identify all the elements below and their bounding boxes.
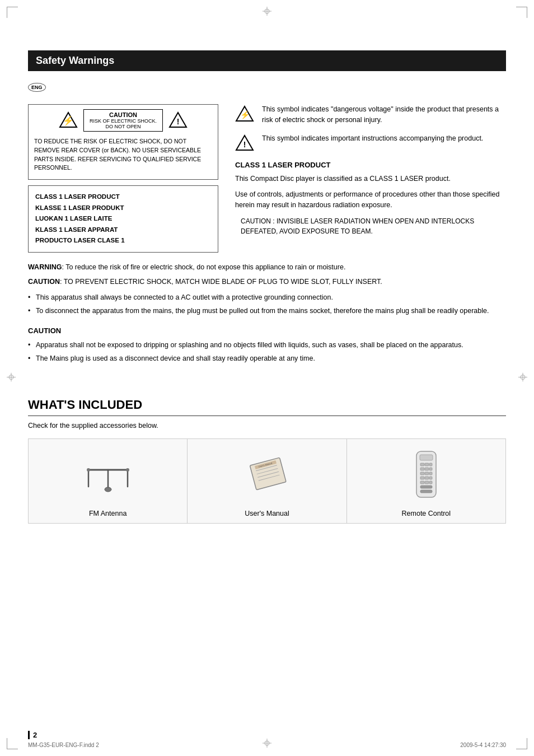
svg-rect-43 [425,472,429,475]
svg-rect-44 [429,472,432,475]
eng-badge: ENG [28,83,46,92]
danger-voltage-icon: ⚡ [235,105,254,124]
caution-inner-row: ⚡ CAUTION RISK OF ELECTRIC SHOCK. DO NOT… [33,109,213,132]
cross-right [518,373,527,384]
footer-info: MM-G35-EUR-ENG-F.indd 2 2009-5-4 14:27:3… [28,742,506,748]
svg-rect-46 [425,477,429,479]
caution-label: CAUTION [28,278,60,286]
laser-line4: KLASS 1 LASER APPARAT [35,225,211,236]
caution-line-1: CAUTION: TO PREVENT ELECTRIC SHOCK, MATC… [28,276,506,287]
svg-rect-42 [420,472,424,475]
left-triangle-icon: ⚡ [59,111,78,130]
laser-line5: PRODUCTO LASER CLASE 1 [35,235,211,246]
caution-bullet-2: The Mains plug is used as a disconnect d… [28,353,506,364]
warning-label: WARNING [28,263,62,271]
caution-section: CAUTION Apparatus shall not be exposed t… [28,326,506,364]
safety-warnings-header: Safety Warnings [28,50,506,71]
svg-rect-39 [420,468,424,470]
svg-point-24 [105,487,111,492]
svg-rect-41 [429,468,432,470]
page-container: Safety Warnings ENG ⚡ CAUTI [0,0,534,756]
caution-laser-line: CAUTION : INVISIBLE LASER RADIATION WHEN… [235,216,506,236]
caution-box-subtitle1: RISK OF ELECTRIC SHOCK. [90,118,157,124]
laser-line2: KLASSE 1 LASER PRODUKT [35,203,211,214]
main-content-row: ⚡ CAUTION RISK OF ELECTRIC SHOCK. DO NOT… [28,104,506,253]
svg-point-25 [87,468,90,472]
svg-rect-38 [429,463,432,466]
caution-box-subtitle2: DO NOT OPEN [90,124,157,129]
svg-text:!: ! [177,117,180,126]
corner-mark-bl [7,738,18,749]
svg-rect-50 [429,481,432,484]
laser-line1: CLASS 1 LASER PRODUCT [35,192,211,203]
fm-antenna-label: FM Antenna [89,510,127,517]
caution-section-title: CAUTION [28,326,506,335]
svg-rect-45 [420,477,424,479]
whats-included-title: WHAT'S INCLUDED [28,398,506,416]
class1-para2: Use of controls, adjustments or performa… [235,189,506,211]
footer-right: 2009-5-4 14:27:30 [460,742,506,748]
caution-laser-text: CAUTION : INVISIBLE LASER RADIATION WHEN… [241,216,506,236]
svg-rect-47 [429,477,432,479]
users-manual-image: User's Manual [242,450,292,501]
whats-included-subtitle: Check for the supplied accessories below… [28,422,506,430]
corner-mark-tl [7,7,18,18]
svg-rect-36 [420,463,424,466]
warning-bullet-2: To disconnect the apparatus from the mai… [28,305,506,316]
corner-mark-br [516,738,527,749]
svg-rect-37 [425,463,429,466]
symbol-row-2: ! This symbol indicates important instru… [235,133,506,153]
safety-warnings-title: Safety Warnings [36,55,114,66]
svg-rect-35 [420,455,433,460]
remote-control-label: Remote Control [402,510,451,517]
accessory-remote-control: Remote Control [347,439,505,523]
warning-line-1: WARNING: To reduce the risk of fire or e… [28,262,506,273]
svg-rect-48 [420,481,424,484]
left-column: ⚡ CAUTION RISK OF ELECTRIC SHOCK. DO NOT… [28,104,218,253]
whats-included-section: WHAT'S INCLUDED Check for the supplied a… [28,398,506,524]
right-column: ⚡ This symbol indicates "dangerous volta… [235,104,506,253]
svg-text:!: ! [243,140,246,149]
svg-rect-40 [425,468,429,470]
caution-outer-box: ⚡ CAUTION RISK OF ELECTRIC SHOCK. DO NOT… [28,104,218,180]
users-manual-label: User's Manual [245,510,289,517]
svg-rect-49 [425,481,429,484]
accessory-users-manual: User's Manual User's Manual [188,439,346,523]
svg-text:⚡: ⚡ [240,110,250,120]
accessories-row: FM Antenna [28,438,506,524]
symbol-row-1: ⚡ This symbol indicates "dangerous volta… [235,104,506,125]
laser-line3: LUOKAN 1 LASER LAITE [35,213,211,225]
cross-left [7,373,16,384]
caution-box-body: TO REDUCE THE RISK OF ELECTRIC SHOCK, DO… [33,135,213,175]
symbol-text-2: This symbol indicates important instruct… [262,133,483,144]
warning-bullet-1: This apparatus shall always be connected… [28,292,506,303]
remote-control-image [411,450,442,501]
svg-point-26 [126,468,129,472]
class1-laser-heading: CLASS 1 LASER PRODUCT [235,161,506,169]
svg-rect-51 [420,486,432,488]
laser-product-box: CLASS 1 LASER PRODUCT KLASSE 1 LASER PRO… [28,185,218,253]
caution-bullets: Apparatus shall not be exposed to drippi… [28,339,506,364]
class1-para1: This Compact Disc player is classified a… [235,174,506,184]
bottom-warnings: WARNING: To reduce the risk of fire or e… [28,262,506,316]
right-triangle-icon: ! [168,111,188,130]
footer-left: MM-G35-EUR-ENG-F.indd 2 [28,742,99,748]
corner-mark-tr [516,7,527,18]
caution-box-title: CAUTION [90,111,157,118]
warning-text: : To reduce the risk of fire or electric… [62,263,345,271]
caution-title-box: CAUTION RISK OF ELECTRIC SHOCK. DO NOT O… [83,109,163,132]
svg-rect-52 [420,490,432,493]
important-instructions-icon: ! [235,134,254,153]
caution-bullet-1: Apparatus shall not be exposed to drippi… [28,339,506,351]
cross-top [263,7,271,17]
symbol-text-1: This symbol indicates "dangerous voltage… [262,104,506,125]
fm-antenna-image [80,450,136,501]
caution-text: : TO PREVENT ELECTRIC SHOCK, MATCH WIDE … [60,278,382,286]
page-number: 2 [28,731,37,739]
warning-bullets: This apparatus shall always be connected… [28,292,506,316]
accessory-fm-antenna: FM Antenna [29,439,188,523]
svg-text:⚡: ⚡ [63,115,74,126]
